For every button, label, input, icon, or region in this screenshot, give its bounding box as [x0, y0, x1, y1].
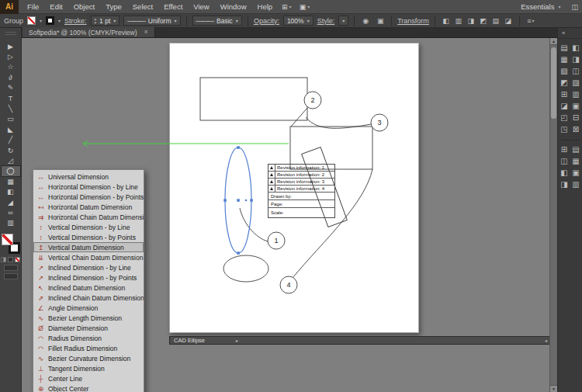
blend-tool[interactable]: ∞ — [2, 207, 20, 217]
flattener-panel-icon[interactable]: ▥ — [570, 179, 582, 190]
stroke-width-dropdown[interactable]: ▴ ▾ 1 pt ▾ — [91, 16, 120, 26]
pathfinder-panel-icon[interactable]: ◳ — [559, 123, 570, 135]
workspace-switcher[interactable]: Essentials ▾ — [514, 2, 567, 11]
align-panel-icon[interactable]: ⊟ — [570, 112, 582, 123]
anchor-point-left[interactable] — [223, 199, 227, 202]
color-button[interactable] — [1, 257, 6, 262]
swatches-panel-icon[interactable]: ▦ — [559, 54, 570, 65]
isolate-mode-button[interactable]: ▣ — [375, 16, 386, 26]
flyout-menu-item[interactable]: ◠ Fillet Radius Dimension — [33, 343, 144, 353]
ellipse-center-point[interactable] — [237, 199, 240, 202]
pen-tool[interactable]: ✎ — [2, 83, 20, 93]
scale-tool[interactable]: ◿ — [2, 155, 20, 165]
stroke-swatch[interactable] — [46, 16, 54, 25]
type-tool[interactable]: T — [2, 93, 20, 103]
stroke-panel-link[interactable]: Stroke: — [64, 17, 87, 25]
color-guide-panel-icon[interactable]: ◧ — [570, 42, 582, 54]
appearance-panel-icon[interactable]: ⊞ — [559, 88, 570, 100]
transparency-panel-icon[interactable]: ▨ — [570, 77, 582, 88]
align-right-icon[interactable]: ◨ — [466, 16, 476, 26]
menu-item-type[interactable]: Type — [100, 0, 127, 14]
brushes-panel-icon[interactable]: ◨ — [570, 54, 582, 65]
actions-panel-icon[interactable]: ▤ — [570, 144, 582, 155]
recolor-artwork-button[interactable]: ◉ — [360, 16, 371, 26]
menu-item-effect[interactable]: Effect — [158, 0, 188, 14]
menubar-extra-button[interactable]: ◫ — [567, 3, 582, 11]
leader-curve-callout-1[interactable] — [240, 208, 268, 241]
anchor-point-right[interactable] — [250, 199, 253, 202]
flyout-menu-item[interactable]: ∠ Angle Dimension — [33, 303, 144, 313]
flyout-menu-item[interactable]: ⇉ Horizontal Chain Datum Dimension — [33, 212, 144, 222]
leader-line-callout-2[interactable] — [291, 108, 307, 127]
color-panel-icon[interactable]: ▤ — [559, 42, 570, 54]
mesh-tool[interactable]: ▦ — [2, 176, 20, 186]
variables-panel-icon[interactable]: ▣ — [570, 167, 582, 179]
column-graph-tool[interactable]: ▥ — [2, 218, 20, 228]
paintbrush-tool[interactable]: ◣ — [2, 124, 20, 134]
menu-item-object[interactable]: Object — [68, 0, 100, 14]
flyout-menu-item[interactable]: ↔ Horizontal Dimension - by Points — [33, 192, 144, 202]
stroke-width-stepper[interactable]: ▴ ▾ — [95, 17, 97, 25]
flyout-menu-item[interactable]: ∿ Bezier Length Dimension — [33, 313, 144, 323]
style-panel-link[interactable]: Style: — [317, 17, 335, 25]
artboards-panel-icon[interactable]: ▣ — [570, 100, 582, 112]
gradient-tool[interactable]: ◧ — [2, 186, 20, 196]
layers-panel-icon[interactable]: ◪ — [559, 100, 570, 112]
flyout-menu-item[interactable]: Ø Diameter Dimension — [33, 323, 144, 333]
flyout-menu-item[interactable]: ↔ Universal Dimension — [33, 172, 144, 182]
toolbar-grip[interactable] — [5, 32, 16, 35]
line-segment-tool[interactable]: ╲ — [2, 103, 20, 113]
transform-panel-icon[interactable]: ◰ — [559, 112, 570, 123]
align-h-center-icon[interactable]: ▥ — [453, 16, 464, 26]
opacity-panel-link[interactable]: Opacity: — [254, 17, 279, 25]
flyout-menu-item[interactable]: ⇊ Vertical Chain Datum Dimension — [33, 252, 144, 262]
separations-panel-icon[interactable]: ◨ — [559, 179, 570, 190]
cad-tool-status-bar[interactable]: CAD Ellipse ▸ ◂ ▸ — [169, 336, 557, 345]
links-panel-icon[interactable]: ◫ — [559, 155, 570, 167]
top-rectangle-shape[interactable] — [200, 78, 307, 120]
center-handle-dot[interactable] — [245, 199, 248, 202]
close-icon[interactable]: × — [144, 29, 148, 36]
screen-mode-button[interactable] — [4, 273, 18, 279]
scroll-down-icon[interactable]: ▼ — [550, 385, 557, 392]
nav-left-icon[interactable]: ◂ — [545, 338, 547, 343]
flyout-menu-item[interactable]: ⊥ Tangent Dimension — [33, 363, 144, 373]
symbols-panel-icon[interactable]: ▧ — [559, 65, 570, 77]
magic-wand-tool[interactable]: ☆ — [2, 62, 20, 72]
flyout-menu-item[interactable]: ⊕ Object Center — [33, 383, 144, 392]
anchor-point-top[interactable] — [237, 146, 240, 149]
revision-table[interactable]: Revision information: 1 Revision informa… — [268, 164, 335, 218]
small-ellipse-shape[interactable] — [223, 255, 268, 282]
graphic-styles-panel-icon[interactable]: ▥ — [570, 88, 582, 100]
document-layout-button[interactable]: ▣ ▾ — [296, 3, 314, 11]
drawing-mode-button[interactable] — [4, 265, 18, 271]
rectangle-tool[interactable]: ▭ — [2, 114, 20, 124]
document-info-panel-icon[interactable]: ▦ — [570, 155, 582, 167]
menu-item-window[interactable]: Window — [215, 0, 252, 14]
info-panel-icon[interactable]: ⊞ — [559, 144, 570, 155]
pencil-tool[interactable]: ╱ — [2, 135, 20, 145]
align-left-icon[interactable]: ◧ — [441, 16, 452, 26]
brush-definition-dropdown[interactable]: ——— Basic ▾ — [192, 16, 242, 26]
control-panel-menu-button[interactable]: ≡ ▾ — [525, 16, 536, 26]
scroll-up-icon[interactable]: ▲ — [550, 38, 557, 45]
stroke-panel-icon[interactable]: ◫ — [570, 65, 582, 77]
expand-panels-icon[interactable]: « — [562, 29, 565, 36]
fill-swatch[interactable] — [27, 16, 36, 25]
cad-ellipse-tool[interactable]: ◯ — [2, 166, 20, 176]
style-dropdown[interactable]: ▾ — [338, 16, 348, 26]
vertical-scrollbar-thumb[interactable] — [551, 47, 556, 119]
flyout-menu-item[interactable]: ↗ Inclined Dimension - by Points — [33, 272, 144, 283]
menu-item-select[interactable]: Select — [127, 0, 158, 14]
flyout-menu-item[interactable]: ↤ Horizontal Datum Dimension — [33, 202, 144, 212]
transform-panel-link[interactable]: Transform — [397, 17, 429, 25]
width-profile-dropdown[interactable]: ——— Uniform ▾ — [123, 16, 180, 26]
flyout-menu-item[interactable]: ↥ Vertical Datum Dimension — [33, 242, 144, 252]
attributes-panel-icon[interactable]: ◧ — [559, 167, 570, 179]
flyout-menu-item[interactable]: ↕ Vertical Dimension - by Line — [33, 222, 144, 232]
eyedropper-tool[interactable]: ◢ — [2, 197, 20, 207]
flyout-menu-item[interactable]: ◠ Radius Dimension — [33, 333, 144, 343]
lower-rectangle-shape[interactable] — [290, 127, 372, 169]
menu-item-file[interactable]: File — [22, 0, 44, 14]
flyout-menu-item[interactable]: ↔ Horizontal Dimension - by Line — [33, 182, 144, 192]
